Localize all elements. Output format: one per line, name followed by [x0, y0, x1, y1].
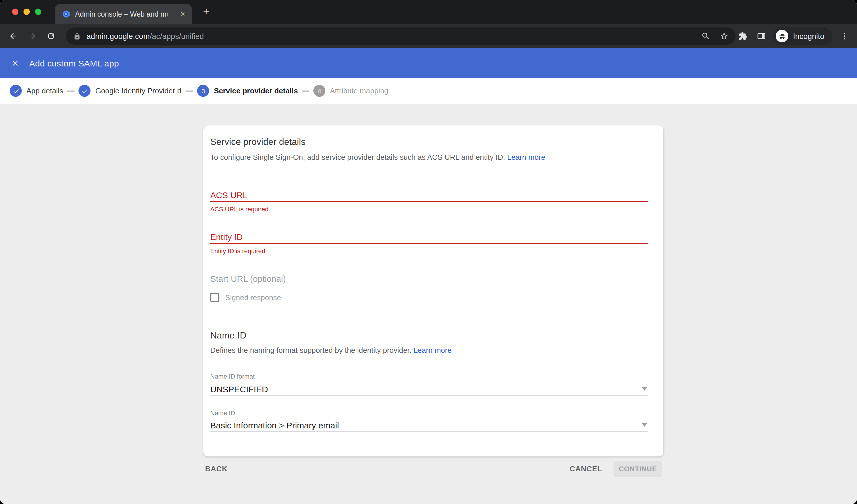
- fullscreen-window-button[interactable]: [35, 9, 41, 15]
- incognito-avatar: [776, 30, 788, 43]
- extensions-puzzle-icon: [738, 32, 747, 41]
- wizard-footer: BACK CANCEL CONTINUE: [203, 461, 663, 477]
- name-id-format-label: Name ID format: [210, 372, 255, 380]
- name-id-select[interactable]: Basic Information > Primary email: [210, 420, 339, 431]
- name-id-description: Defines the naming format supported by t…: [210, 346, 452, 356]
- step-label: Google Identity Provider details: [95, 86, 182, 95]
- entity-id-error: Entity ID is required: [210, 247, 265, 255]
- name-id-format-select[interactable]: UNSPECIFIED: [210, 384, 268, 395]
- admin-console-favicon-icon: [62, 10, 70, 18]
- section-description-text: To configure Single Sign-On, add service…: [210, 153, 505, 162]
- browser-tab[interactable]: Admin console – Web and mob ×: [55, 4, 192, 24]
- acs-url-error: ACS URL is required: [210, 205, 268, 213]
- step-label: App details: [26, 86, 63, 95]
- signed-response-checkbox[interactable]: [210, 293, 219, 302]
- close-icon: [11, 59, 19, 67]
- section-description: To configure Single Sign-On, add service…: [210, 152, 545, 163]
- step-app-details[interactable]: App details: [10, 85, 63, 97]
- continue-button[interactable]: CONTINUE: [614, 461, 662, 477]
- new-tab-button[interactable]: +: [198, 3, 214, 19]
- url-path: /ac/apps/unified: [150, 32, 204, 40]
- dropdown-arrow-icon: [642, 423, 647, 427]
- back-arrow-icon: [9, 32, 18, 41]
- learn-more-link[interactable]: Learn more: [507, 153, 545, 162]
- url-text: admin.google.com/ac/apps/unified: [86, 32, 204, 40]
- dropdown-arrow-icon: [642, 387, 647, 391]
- zoom-icon[interactable]: [701, 32, 710, 41]
- close-dialog-button[interactable]: [8, 56, 22, 70]
- browser-menu-button[interactable]: [838, 30, 851, 43]
- name-id-description-text: Defines the naming format supported by t…: [210, 346, 411, 354]
- wizard-stepper: App details Google Identity Provider det…: [0, 78, 857, 104]
- bookmark-star-icon[interactable]: [720, 32, 729, 41]
- step-connector: [67, 90, 75, 91]
- side-panel-button[interactable]: [755, 30, 768, 43]
- lock-icon[interactable]: [73, 32, 81, 40]
- back-button[interactable]: BACK: [205, 461, 228, 477]
- step-connector: [302, 90, 309, 91]
- name-id-format-underline: [210, 395, 648, 396]
- step-number-circle: 3: [197, 85, 209, 97]
- step-attribute-mapping: 4 Attribute mapping: [313, 85, 388, 97]
- step-complete-circle: [10, 85, 22, 97]
- start-url-input[interactable]: Start URL (optional): [210, 273, 286, 285]
- reload-button[interactable]: [45, 30, 57, 43]
- name-id-underline: [210, 431, 648, 432]
- three-dot-menu-icon: [840, 32, 849, 41]
- side-panel-icon: [757, 32, 766, 41]
- acs-url-input[interactable]: [210, 197, 648, 208]
- signed-response-row: Signed response: [210, 293, 281, 302]
- page-body: Service provider details To configure Si…: [0, 104, 857, 504]
- section-heading: Service provider details: [210, 136, 306, 148]
- back-button[interactable]: [7, 30, 19, 43]
- step-label: Attribute mapping: [330, 86, 388, 95]
- name-id-label: Name ID: [210, 409, 235, 417]
- dialog-title: Add custom SAML app: [29, 58, 119, 68]
- forward-button[interactable]: [26, 30, 38, 43]
- reload-icon: [46, 32, 55, 41]
- browser-toolbar: admin.google.com/ac/apps/unified: [0, 24, 857, 48]
- check-icon: [81, 87, 88, 94]
- forward-arrow-icon: [28, 32, 37, 41]
- tab-title: Admin console – Web and mob: [75, 10, 168, 18]
- step-connector: [186, 90, 194, 91]
- entity-id-input[interactable]: [210, 239, 648, 250]
- signed-response-label: Signed response: [225, 293, 281, 302]
- entity-id-underline: [210, 243, 648, 244]
- check-icon: [12, 87, 19, 94]
- url-domain: admin.google.com: [86, 32, 150, 40]
- tab-close-button[interactable]: ×: [178, 9, 188, 19]
- step-service-provider-details: 3 Service provider details: [197, 85, 298, 97]
- traffic-lights: [12, 9, 41, 15]
- name-id-heading: Name ID: [210, 329, 246, 342]
- cancel-button[interactable]: CANCEL: [570, 461, 602, 477]
- minimize-window-button[interactable]: [23, 9, 30, 15]
- dialog-header: Add custom SAML app: [0, 48, 857, 78]
- omnibox[interactable]: admin.google.com/ac/apps/unified: [66, 28, 736, 45]
- extensions-button[interactable]: [737, 30, 749, 43]
- step-label: Service provider details: [214, 86, 298, 95]
- learn-more-link[interactable]: Learn more: [414, 346, 452, 354]
- acs-url-underline: [210, 201, 648, 202]
- incognito-badge: Incognito: [773, 28, 833, 45]
- close-window-button[interactable]: [12, 9, 18, 15]
- step-complete-circle: [79, 85, 91, 97]
- incognito-label: Incognito: [793, 32, 824, 40]
- browser-window: Admin console – Web and mob × + admin.go…: [0, 0, 857, 504]
- start-url-underline: [210, 285, 648, 285]
- incognito-icon: [778, 32, 786, 40]
- step-google-idp-details[interactable]: Google Identity Provider details: [79, 85, 182, 97]
- step-number-circle: 4: [313, 85, 325, 97]
- tab-title-fade: [164, 4, 177, 24]
- service-provider-card: Service provider details To configure Si…: [203, 125, 663, 456]
- tab-strip: Admin console – Web and mob × +: [0, 0, 857, 24]
